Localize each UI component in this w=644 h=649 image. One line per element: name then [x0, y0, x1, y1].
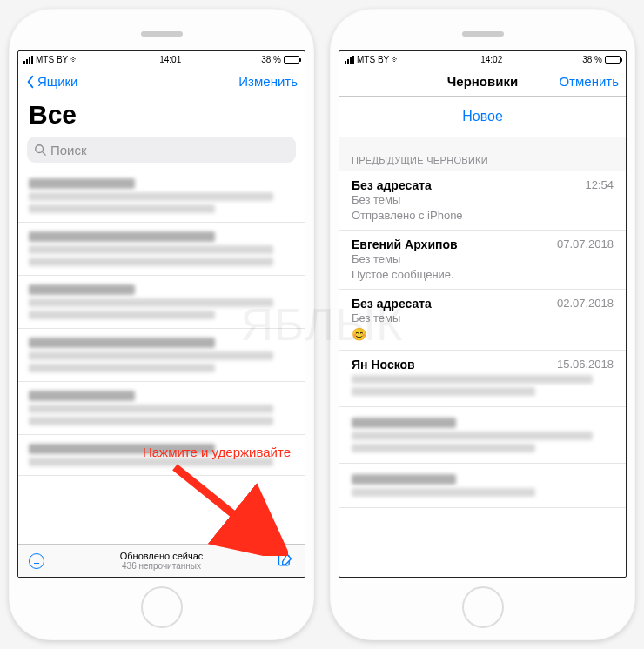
nav-bar: Черновики Отменить — [339, 67, 626, 97]
status-time: 14:01 — [159, 55, 181, 64]
status-bar: MTS BY ᯤ 14:02 38 % — [339, 51, 626, 67]
carrier-label: MTS BY — [357, 55, 389, 64]
nav-bar: Ящики Изменить — [18, 67, 305, 97]
draft-subject: Без темы — [352, 192, 614, 208]
signal-icon — [345, 56, 354, 64]
home-button[interactable] — [141, 586, 183, 628]
phone-right: MTS BY ᯤ 14:02 38 % Черновики Отменить Н… — [330, 9, 635, 640]
battery-pct: 38 % — [261, 55, 281, 64]
draft-subject: Без темы — [352, 251, 614, 267]
battery-icon — [284, 56, 299, 64]
search-icon — [34, 144, 46, 156]
phone-speaker — [17, 17, 305, 50]
draft-row[interactable]: Без адресата 02.07.2018 Без темы 😊 — [339, 290, 626, 350]
draft-date: 15.06.2018 — [557, 358, 614, 371]
search-input[interactable]: Поиск — [27, 137, 296, 163]
draft-preview: Отправлено с iPhone — [352, 208, 614, 224]
list-item[interactable] — [18, 435, 305, 476]
signal-icon — [23, 56, 33, 64]
list-item[interactable] — [18, 170, 305, 223]
drafts-list[interactable]: Без адресата 12:54 Без темы Отправлено с… — [339, 171, 626, 577]
back-label: Ящики — [37, 74, 78, 89]
edit-button[interactable]: Изменить — [238, 74, 298, 89]
draft-preview: Пустое сообщение. — [352, 267, 614, 283]
home-button[interactable] — [462, 586, 504, 628]
new-draft-button[interactable]: Новое — [339, 97, 626, 137]
battery-icon — [605, 56, 621, 64]
wifi-icon: ᯤ — [392, 55, 400, 64]
list-item[interactable] — [18, 382, 305, 435]
draft-row[interactable]: Без адресата 12:54 Без темы Отправлено с… — [339, 171, 626, 231]
mail-list[interactable] — [18, 170, 305, 544]
draft-row[interactable] — [339, 464, 626, 508]
list-item[interactable] — [18, 276, 305, 329]
draft-date: 12:54 — [585, 178, 614, 191]
draft-preview: 😊 — [352, 326, 614, 343]
list-item[interactable] — [18, 223, 305, 276]
toolbar-status: Обновлено сейчас 436 непрочитанных — [18, 551, 305, 571]
page-title: Все — [18, 97, 305, 137]
draft-date: 07.07.2018 — [557, 238, 614, 251]
carrier-label: MTS BY — [36, 55, 68, 64]
wifi-icon: ᯤ — [70, 55, 79, 64]
status-bar: MTS BY ᯤ 14:01 38 % — [18, 51, 305, 67]
battery-pct: 38 % — [582, 55, 602, 64]
back-button[interactable]: Ящики — [25, 74, 78, 89]
unread-label: 436 непрочитанных — [18, 561, 305, 571]
svg-line-1 — [43, 152, 46, 156]
draft-row[interactable]: Евгений Архипов 07.07.2018 Без темы Пуст… — [339, 231, 626, 290]
phone-speaker — [339, 17, 627, 50]
search-placeholder: Поиск — [50, 143, 87, 157]
draft-subject: Без темы — [352, 311, 614, 326]
draft-title: Без адресата — [352, 178, 614, 192]
draft-row[interactable]: Ян Носков 15.06.2018 — [339, 351, 626, 407]
chevron-left-icon — [25, 75, 36, 89]
screen-right: MTS BY ᯤ 14:02 38 % Черновики Отменить Н… — [339, 50, 627, 578]
phone-left: MTS BY ᯤ 14:01 38 % Ящики Изменить Все П… — [9, 9, 314, 640]
toolbar: Обновлено сейчас 436 непрочитанных — [18, 544, 305, 577]
draft-row[interactable] — [339, 407, 626, 464]
cancel-button[interactable]: Отменить — [559, 74, 619, 89]
section-header: ПРЕДЫДУЩИЕ ЧЕРНОВИКИ — [339, 137, 626, 171]
list-item[interactable] — [18, 329, 305, 382]
status-time: 14:02 — [480, 55, 502, 64]
updated-label: Обновлено сейчас — [18, 551, 305, 561]
screen-left: MTS BY ᯤ 14:01 38 % Ящики Изменить Все П… — [17, 50, 305, 578]
draft-date: 02.07.2018 — [557, 297, 614, 310]
